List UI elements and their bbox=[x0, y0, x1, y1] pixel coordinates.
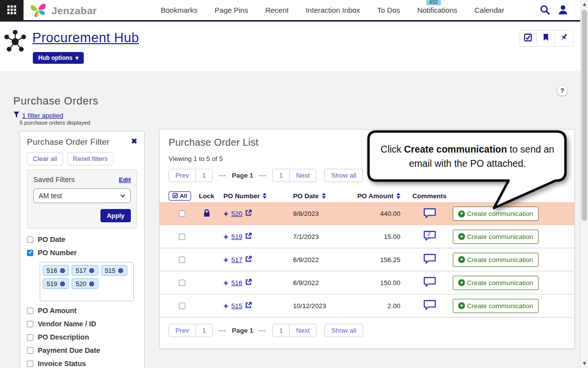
nav-item-calendar[interactable]: Calendar bbox=[474, 6, 504, 14]
expand-row-icon[interactable]: + bbox=[223, 256, 228, 264]
create-communication-button[interactable]: Create communication bbox=[453, 230, 539, 244]
po-number-chip[interactable]: 515 ⊗ bbox=[101, 265, 127, 276]
po-number-link[interactable]: 516 bbox=[231, 279, 243, 287]
clear-all-button[interactable]: Clear all bbox=[27, 152, 63, 165]
sort-icon[interactable] bbox=[396, 193, 400, 199]
sort-icon[interactable] bbox=[263, 193, 267, 199]
saved-filter-select[interactable]: AM test bbox=[33, 188, 131, 203]
nav-item-page-pins[interactable]: Page Pins bbox=[215, 6, 248, 14]
expand-row-icon[interactable]: + bbox=[223, 279, 228, 287]
po-number-chip[interactable]: 517 ⊗ bbox=[72, 265, 98, 276]
filter-field-po-number[interactable]: PO Number bbox=[27, 249, 137, 257]
show-all-button[interactable]: Show all bbox=[324, 169, 363, 182]
external-link-icon[interactable] bbox=[245, 210, 252, 218]
nav-item-interaction-inbox[interactable]: Interaction Inbox bbox=[306, 6, 360, 14]
po-number-chip[interactable]: 519 ⊗ bbox=[43, 278, 69, 289]
next-button[interactable]: Next bbox=[289, 169, 316, 182]
expand-row-icon[interactable]: + bbox=[223, 302, 228, 310]
external-link-icon[interactable] bbox=[245, 302, 252, 310]
sort-icon[interactable] bbox=[322, 193, 326, 199]
remove-chip-icon[interactable]: ⊗ bbox=[118, 267, 124, 274]
checkbox-po-date[interactable] bbox=[27, 237, 33, 243]
checkbox-payment-due-date[interactable] bbox=[27, 347, 33, 354]
column-header-po-amount[interactable]: PO Amount bbox=[350, 192, 406, 200]
checkbox-vendor[interactable] bbox=[27, 321, 33, 327]
remove-chip-icon[interactable]: ⊗ bbox=[89, 267, 95, 274]
help-button[interactable]: ? bbox=[557, 85, 568, 96]
hub-options-button[interactable]: Hub options ▾ bbox=[33, 52, 84, 64]
tasks-button[interactable] bbox=[519, 30, 537, 47]
remove-chip-icon[interactable]: ⊗ bbox=[60, 280, 66, 287]
prev-button[interactable]: Prev bbox=[169, 169, 196, 182]
column-header-po-number[interactable]: PO Number bbox=[218, 192, 286, 200]
create-communication-button[interactable]: Create communication bbox=[453, 299, 539, 313]
vertical-scrollbar[interactable] bbox=[580, 0, 588, 368]
filter-funnel-icon bbox=[13, 111, 20, 120]
nav-item-to-dos[interactable]: To Dos bbox=[377, 6, 400, 14]
comment-icon[interactable] bbox=[423, 253, 437, 266]
user-profile-icon[interactable] bbox=[558, 4, 568, 15]
external-link-icon[interactable] bbox=[245, 256, 252, 264]
po-number-chip[interactable]: 516 ⊗ bbox=[43, 265, 69, 276]
page-title[interactable]: Procurement Hub bbox=[32, 30, 139, 46]
pin-button[interactable] bbox=[555, 30, 573, 47]
po-number-link[interactable]: 517 bbox=[231, 256, 243, 263]
nav-item-notifications[interactable]: 492 Notifications bbox=[417, 6, 458, 14]
filter-field-payment-due-date[interactable]: Payment Due Date bbox=[27, 346, 137, 354]
page-1-button[interactable]: 1 bbox=[196, 324, 213, 337]
prev-button[interactable]: Prev bbox=[169, 324, 196, 337]
remove-chip-icon[interactable]: ⊗ bbox=[60, 267, 66, 274]
close-icon[interactable]: ✖ bbox=[131, 137, 137, 145]
nav-item-bookmarks[interactable]: Bookmarks bbox=[161, 6, 197, 14]
row-checkbox[interactable] bbox=[179, 257, 185, 263]
filter-field-po-amount[interactable]: PO Amount bbox=[27, 307, 137, 315]
po-number-link[interactable]: 515 bbox=[231, 302, 243, 310]
create-communication-button[interactable]: Create communication bbox=[453, 253, 539, 267]
external-link-icon[interactable] bbox=[245, 233, 252, 241]
remove-chip-icon[interactable]: ⊗ bbox=[89, 280, 95, 287]
next-button[interactable]: Next bbox=[289, 324, 316, 337]
apps-menu-button[interactable] bbox=[0, 0, 24, 22]
row-checkbox[interactable] bbox=[179, 303, 185, 309]
bookmark-button[interactable] bbox=[537, 30, 555, 47]
checkbox-po-amount[interactable] bbox=[27, 308, 33, 314]
page-1-button[interactable]: 1 bbox=[273, 324, 290, 337]
filter-field-po-date[interactable]: PO Date bbox=[27, 236, 137, 243]
column-header-po-date[interactable]: PO Date bbox=[286, 192, 350, 200]
row-checkbox[interactable] bbox=[179, 210, 185, 217]
po-number-link[interactable]: 519 bbox=[231, 233, 243, 240]
filter-field-invoice-status[interactable]: Invoice Status bbox=[27, 360, 137, 368]
filter-field-vendor[interactable]: Vendor Name / ID bbox=[27, 320, 137, 328]
create-communication-button[interactable]: Create communication bbox=[453, 207, 539, 221]
select-all-button[interactable]: All bbox=[169, 191, 191, 201]
nav-item-recent[interactable]: Recent bbox=[265, 6, 289, 14]
page-1-button[interactable]: 1 bbox=[273, 169, 290, 182]
comment-icon[interactable] bbox=[423, 299, 437, 312]
filter-applied-link[interactable]: 1 filter applied bbox=[22, 112, 63, 119]
checkbox-po-number[interactable] bbox=[27, 250, 33, 256]
row-checkbox[interactable] bbox=[179, 280, 185, 286]
checkbox-po-description[interactable] bbox=[27, 334, 33, 341]
expand-row-icon[interactable]: + bbox=[223, 210, 228, 218]
expand-row-icon[interactable]: + bbox=[223, 233, 228, 241]
scroll-down-arrow[interactable] bbox=[583, 362, 587, 365]
search-icon[interactable] bbox=[539, 4, 550, 15]
scrollbar-thumb[interactable] bbox=[582, 10, 587, 221]
comment-icon[interactable] bbox=[423, 208, 437, 220]
comment-icon[interactable] bbox=[423, 276, 437, 289]
filter-field-po-description[interactable]: PO Description bbox=[27, 333, 137, 341]
show-all-button[interactable]: Show all bbox=[324, 324, 363, 337]
create-communication-button[interactable]: Create communication bbox=[453, 276, 539, 290]
page-1-button[interactable]: 1 bbox=[196, 169, 213, 182]
po-number-link[interactable]: 520 bbox=[231, 210, 243, 217]
checkbox-invoice-status[interactable] bbox=[27, 361, 33, 367]
jenzabar-logo[interactable]: Jenzabar bbox=[29, 1, 97, 20]
row-checkbox[interactable] bbox=[179, 234, 185, 240]
edit-saved-filters-link[interactable]: Edit bbox=[119, 176, 131, 184]
external-link-icon[interactable] bbox=[245, 279, 252, 287]
comment-icon[interactable]: 2 bbox=[423, 230, 437, 243]
scroll-up-arrow[interactable] bbox=[583, 3, 587, 6]
reset-filters-button[interactable]: Reset filters bbox=[67, 152, 114, 165]
po-number-chip[interactable]: 520 ⊗ bbox=[72, 278, 98, 289]
apply-button[interactable]: Apply bbox=[100, 209, 131, 222]
